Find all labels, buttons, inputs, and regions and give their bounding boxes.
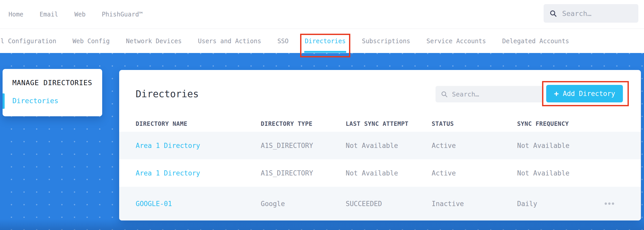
active-item-indicator bbox=[3, 93, 5, 109]
col-directory-type: DIRECTORY TYPE bbox=[261, 120, 346, 127]
col-status: STATUS bbox=[432, 120, 517, 127]
search-icon bbox=[441, 91, 448, 98]
actions-cell bbox=[605, 202, 624, 205]
tab-directories[interactable]: Directories bbox=[305, 29, 346, 53]
nav-item-home[interactable]: Home bbox=[8, 11, 23, 18]
directory-name-link[interactable]: GOOGLE-01 bbox=[136, 200, 261, 208]
status-cell: Active bbox=[432, 142, 517, 149]
directories-search bbox=[436, 86, 544, 102]
sync-frequency-cell: Not Available bbox=[517, 142, 605, 149]
sync-frequency-cell: Daily bbox=[517, 200, 605, 208]
app-screen: Home Email Web PhishGuard™ l Configurati… bbox=[0, 0, 644, 230]
table-row: Area 1 Directory A1S_DIRECTORY Not Avail… bbox=[119, 159, 641, 187]
status-cell: Active bbox=[432, 169, 517, 177]
active-tab-underline bbox=[304, 51, 346, 53]
directory-type-cell: Google bbox=[261, 200, 346, 208]
directory-name-link[interactable]: Area 1 Directory bbox=[136, 142, 261, 149]
tab-sso[interactable]: SSO bbox=[277, 29, 289, 53]
col-sync-frequency: SYNC FREQUENCY bbox=[517, 120, 605, 127]
tab-web-config[interactable]: Web Config bbox=[73, 29, 110, 53]
tab-network-devices[interactable]: Network Devices bbox=[126, 29, 182, 53]
page-title: Directories bbox=[136, 89, 199, 100]
add-directory-label: Add Directory bbox=[563, 90, 615, 98]
nav-item-web[interactable]: Web bbox=[74, 11, 85, 18]
section-tab-bar: l Configuration Web Config Network Devic… bbox=[0, 29, 644, 53]
top-nav: Home Email Web PhishGuard™ bbox=[8, 11, 143, 18]
table-row: GOOGLE-01 Google SUCCEEDED Inactive Dail… bbox=[119, 187, 641, 220]
directory-type-cell: A1S_DIRECTORY bbox=[261, 169, 346, 177]
sidebar-item-directories[interactable]: Directories bbox=[12, 97, 58, 105]
directory-type-cell: A1S_DIRECTORY bbox=[261, 142, 346, 149]
last-sync-cell: Not Available bbox=[346, 142, 432, 149]
tab-users-and-actions[interactable]: Users and Actions bbox=[198, 29, 261, 53]
bottom-shade bbox=[0, 219, 644, 230]
directories-table: DIRECTORY NAME DIRECTORY TYPE LAST SYNC … bbox=[119, 116, 641, 220]
nav-item-phishguard[interactable]: PhishGuard™ bbox=[102, 11, 143, 18]
last-sync-cell: SUCCEEDED bbox=[346, 200, 432, 208]
table-header-row: DIRECTORY NAME DIRECTORY TYPE LAST SYNC … bbox=[119, 116, 641, 132]
table-row: Area 1 Directory A1S_DIRECTORY Not Avail… bbox=[119, 132, 641, 159]
add-directory-button[interactable]: + Add Directory bbox=[546, 85, 623, 102]
last-sync-cell: Not Available bbox=[346, 169, 432, 177]
tab-service-accounts[interactable]: Service Accounts bbox=[427, 29, 486, 53]
directories-search-input[interactable] bbox=[452, 91, 538, 98]
global-search-input[interactable] bbox=[562, 10, 633, 17]
directories-card: Directories + Add Directory DIRECTORY NA… bbox=[119, 70, 641, 220]
col-last-sync-attempt: LAST SYNC ATTEMPT bbox=[346, 120, 432, 127]
panel-title: MANAGE DIRECTORIES bbox=[12, 79, 92, 87]
plus-icon: + bbox=[554, 90, 559, 98]
manage-directories-panel: MANAGE DIRECTORIES Directories bbox=[3, 69, 102, 116]
tab-directories-label: Directories bbox=[305, 38, 346, 45]
status-cell: Inactive bbox=[432, 200, 517, 208]
nav-item-email[interactable]: Email bbox=[40, 11, 58, 18]
tab-subscriptions[interactable]: Subscriptions bbox=[362, 29, 410, 53]
col-directory-name: DIRECTORY NAME bbox=[136, 120, 261, 127]
directory-name-link[interactable]: Area 1 Directory bbox=[136, 169, 261, 177]
search-icon bbox=[549, 10, 557, 17]
top-header: Home Email Web PhishGuard™ bbox=[0, 0, 644, 29]
global-search bbox=[544, 4, 638, 23]
sync-frequency-cell: Not Available bbox=[517, 169, 605, 177]
add-directory-wrap: + Add Directory bbox=[546, 85, 623, 102]
tab-delegated-accounts[interactable]: Delegated Accounts bbox=[502, 29, 569, 53]
row-menu-ellipsis-icon[interactable] bbox=[605, 202, 616, 205]
tab-email-configuration[interactable]: l Configuration bbox=[1, 29, 56, 53]
